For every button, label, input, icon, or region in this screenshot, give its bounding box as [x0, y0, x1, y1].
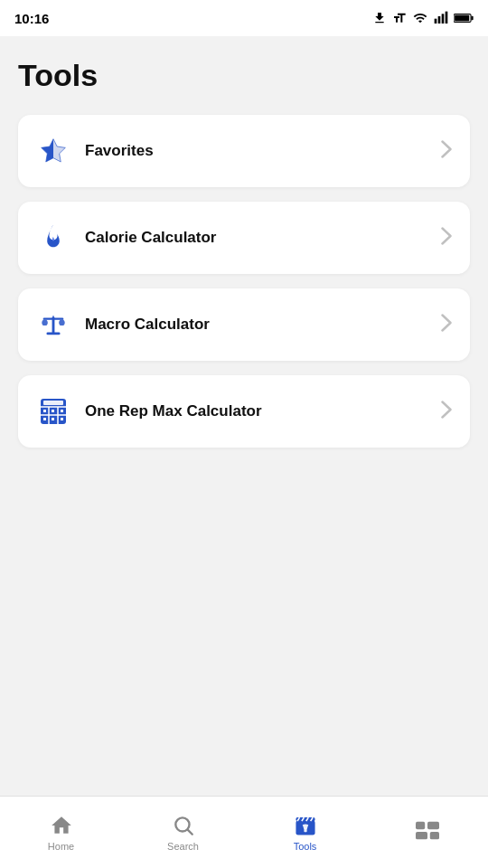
svg-rect-21 [52, 418, 54, 420]
one-rep-max-icon [36, 394, 70, 429]
main-content: Tools Favorites [0, 36, 488, 448]
svg-rect-32 [416, 821, 425, 828]
status-time: 10:16 [14, 11, 49, 26]
favorites-icon [36, 134, 70, 168]
signal-icon [434, 11, 448, 25]
svg-rect-19 [61, 410, 63, 412]
svg-rect-33 [427, 821, 439, 828]
font-icon [392, 11, 407, 25]
favorites-chevron [441, 140, 452, 163]
nav-search-label: Search [167, 841, 199, 852]
download-icon [372, 11, 387, 25]
nav-more[interactable] [366, 797, 488, 868]
more-icon [416, 819, 439, 843]
nav-home-label: Home [48, 841, 74, 852]
svg-rect-22 [61, 418, 63, 420]
svg-rect-34 [416, 831, 427, 838]
svg-rect-5 [455, 15, 469, 22]
svg-rect-16 [43, 401, 63, 405]
macro-calculator-card[interactable]: Macro Calculator [18, 288, 470, 361]
svg-rect-6 [471, 16, 473, 20]
svg-rect-17 [43, 410, 46, 412]
home-icon [50, 814, 73, 837]
svg-rect-8 [46, 333, 60, 335]
favorites-label: Favorites [85, 142, 441, 160]
svg-rect-18 [52, 410, 54, 412]
calorie-calculator-card[interactable]: Calorie Calculator [18, 202, 470, 274]
wifi-icon [412, 11, 428, 25]
svg-rect-2 [442, 14, 445, 24]
svg-marker-10 [52, 316, 54, 319]
calorie-icon [36, 221, 70, 255]
calorie-chevron [441, 227, 452, 250]
one-rep-max-calculator-label: One Rep Max Calculator [85, 402, 441, 420]
favorites-card[interactable]: Favorites [18, 115, 470, 187]
status-bar: 10:16 [0, 0, 488, 36]
svg-rect-0 [435, 19, 437, 24]
svg-line-24 [187, 829, 192, 834]
macro-icon [36, 307, 70, 342]
status-icons [372, 11, 474, 25]
search-icon [172, 814, 195, 837]
nav-search[interactable]: Search [122, 797, 244, 868]
tools-icon [294, 814, 317, 837]
one-rep-max-calculator-card[interactable]: One Rep Max Calculator [18, 375, 470, 448]
nav-tools-label: Tools [294, 841, 317, 852]
battery-icon [454, 12, 474, 24]
bottom-nav: Home Search [0, 796, 488, 868]
page-title: Tools [18, 58, 470, 93]
macro-calculator-label: Macro Calculator [85, 316, 441, 334]
svg-rect-1 [438, 16, 441, 24]
svg-rect-31 [304, 828, 306, 832]
macro-chevron [441, 314, 452, 336]
nav-home[interactable]: Home [0, 797, 122, 868]
svg-rect-20 [43, 418, 46, 420]
calorie-calculator-label: Calorie Calculator [85, 229, 441, 247]
svg-rect-7 [52, 317, 55, 333]
nav-tools[interactable]: Tools [244, 797, 366, 868]
one-rep-max-chevron [441, 401, 452, 423]
svg-rect-35 [429, 831, 438, 838]
svg-rect-3 [446, 12, 448, 24]
